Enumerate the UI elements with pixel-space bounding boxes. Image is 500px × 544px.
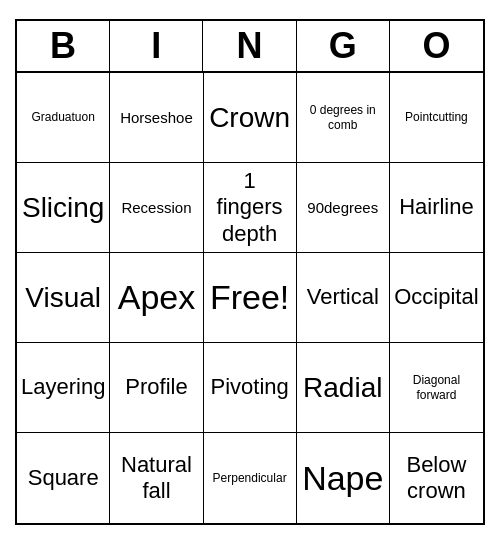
bingo-cell: Occipital [390, 253, 483, 343]
cell-text: Slicing [22, 191, 104, 225]
bingo-cell: Pivoting [204, 343, 297, 433]
bingo-cell: Visual [17, 253, 110, 343]
bingo-cell: Free! [204, 253, 297, 343]
cell-text: Perpendicular [213, 471, 287, 485]
bingo-cell: Slicing [17, 163, 110, 253]
cell-text: 0 degrees in comb [301, 103, 385, 132]
cell-text: Recession [121, 199, 191, 217]
cell-text: Diagonal forward [394, 373, 479, 402]
bingo-cell: 90degrees [297, 163, 390, 253]
cell-text: 90degrees [307, 199, 378, 217]
header-letter: I [110, 21, 203, 71]
bingo-cell: Profile [110, 343, 203, 433]
bingo-cell: 1 fingers depth [204, 163, 297, 253]
cell-text: Profile [125, 374, 187, 400]
bingo-cell: Below crown [390, 433, 483, 523]
bingo-grid: GraduatuonHorseshoeCrown0 degrees in com… [17, 73, 483, 523]
cell-text: Occipital [394, 284, 478, 310]
cell-text: Square [28, 465, 99, 491]
cell-text: Nape [302, 458, 383, 499]
bingo-cell: Nape [297, 433, 390, 523]
header-letter: G [297, 21, 390, 71]
bingo-cell: Vertical [297, 253, 390, 343]
bingo-cell: Square [17, 433, 110, 523]
bingo-cell: Horseshoe [110, 73, 203, 163]
bingo-cell: Layering [17, 343, 110, 433]
cell-text: Horseshoe [120, 109, 193, 127]
cell-text: Pointcutting [405, 110, 468, 124]
cell-text: Free! [210, 277, 289, 318]
header-letter: B [17, 21, 110, 71]
bingo-cell: Graduatuon [17, 73, 110, 163]
bingo-cell: Perpendicular [204, 433, 297, 523]
bingo-cell: 0 degrees in comb [297, 73, 390, 163]
bingo-cell: Diagonal forward [390, 343, 483, 433]
cell-text: Hairline [399, 194, 474, 220]
cell-text: Crown [209, 101, 290, 135]
bingo-cell: Crown [204, 73, 297, 163]
cell-text: Apex [118, 277, 196, 318]
cell-text: Vertical [307, 284, 379, 310]
header-letter: N [203, 21, 296, 71]
cell-text: Below crown [394, 452, 479, 505]
cell-text: Natural fall [114, 452, 198, 505]
cell-text: Layering [21, 374, 105, 400]
bingo-cell: Hairline [390, 163, 483, 253]
bingo-cell: Recession [110, 163, 203, 253]
bingo-cell: Radial [297, 343, 390, 433]
cell-text: Pivoting [210, 374, 288, 400]
bingo-cell: Pointcutting [390, 73, 483, 163]
cell-text: Visual [25, 281, 101, 315]
header-letter: O [390, 21, 483, 71]
cell-text: Radial [303, 371, 382, 405]
bingo-header: BINGO [17, 21, 483, 73]
bingo-cell: Apex [110, 253, 203, 343]
bingo-card: BINGO GraduatuonHorseshoeCrown0 degrees … [15, 19, 485, 525]
cell-text: 1 fingers depth [208, 168, 292, 247]
cell-text: Graduatuon [32, 110, 95, 124]
bingo-cell: Natural fall [110, 433, 203, 523]
